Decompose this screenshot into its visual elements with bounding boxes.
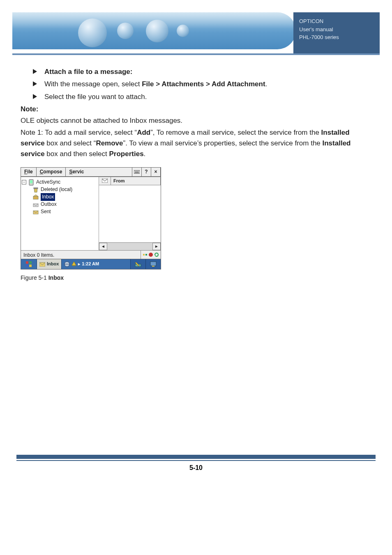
svg-rect-15: [145, 254, 147, 256]
page-header: OPTICON User's manual PHL-7000 series: [12, 12, 380, 53]
menu-bar: File Compose Servic ? ×: [21, 168, 161, 177]
svg-marker-1: [33, 81, 37, 86]
bullet3-text: Select the file you want to attach.: [44, 93, 147, 101]
svg-rect-21: [29, 265, 32, 267]
tree-sent[interactable]: Sent: [22, 208, 98, 216]
col-envelope-icon[interactable]: [99, 177, 111, 185]
taskbar-desktop[interactable]: [146, 259, 161, 269]
h-scrollbar[interactable]: ◄ ►: [99, 242, 161, 250]
bullet-open-attach: With the message open, select File > Att…: [21, 79, 371, 90]
svg-marker-0: [33, 69, 37, 74]
taskbar-sip[interactable]: [131, 259, 146, 269]
bullet2-bold: File > Attachments > Add Attachment: [142, 80, 265, 88]
bullet2-post: .: [265, 80, 267, 88]
svg-marker-10: [33, 195, 38, 196]
header-brand-box: OPTICON User's manual PHL-7000 series: [293, 12, 380, 53]
bullet-marker-icon: [33, 94, 37, 99]
bullet-marker-icon: [33, 69, 37, 74]
status-text: Inbox 0 Items.: [21, 251, 141, 259]
svg-marker-25: [72, 262, 76, 265]
pda-icon: [28, 179, 35, 186]
note-label: Note:: [21, 105, 38, 113]
note1-paragraph: Note 1: To add a mail service, select “A…: [21, 127, 371, 160]
taskbar-tray[interactable]: ▸ 1:22 AM: [62, 259, 131, 269]
pen-icon: [135, 261, 141, 267]
tree-inbox[interactable]: Inbox: [22, 193, 98, 201]
taskbar-time: 1:22 AM: [82, 260, 99, 267]
scroll-left-icon[interactable]: ◄: [99, 243, 107, 250]
app-inbox-icon: [39, 262, 45, 267]
sent-icon: [32, 209, 39, 215]
satellite-icon: [71, 261, 76, 267]
svg-rect-14: [143, 254, 145, 256]
page-footer: 5-10: [16, 455, 376, 472]
bullet-select-file: Select the file you want to attach.: [21, 92, 371, 102]
folder-tree[interactable]: − ActiveSync Deleted (local): [21, 177, 99, 250]
menu-compose[interactable]: Compose: [37, 168, 66, 177]
tree-outbox[interactable]: Outbox: [22, 201, 98, 208]
connect-icon: [143, 252, 148, 257]
menu-keyboard-icon[interactable]: [132, 168, 142, 177]
svg-rect-7: [30, 180, 32, 183]
taskbar: Inbox ▸ 1:22 AM: [21, 259, 161, 269]
bullet2-pre: With the message open, select: [44, 80, 142, 88]
tree-deleted[interactable]: Deleted (local): [22, 186, 98, 193]
status-bar: Inbox 0 Items.: [21, 250, 161, 259]
inbox-icon: [32, 194, 39, 200]
bullet-marker-icon: [33, 81, 37, 86]
svg-marker-2: [33, 94, 37, 99]
svg-rect-29: [152, 266, 154, 267]
tree-inbox-label: Inbox: [41, 193, 55, 201]
collapse-icon[interactable]: −: [22, 180, 26, 184]
bullet-attach-text: Attach a file to a message:: [44, 68, 132, 76]
taskbar-app-inbox[interactable]: Inbox: [37, 259, 62, 269]
scroll-right-icon[interactable]: ►: [152, 243, 161, 250]
inbox-screenshot: File Compose Servic ? × − ActiveSync: [21, 167, 161, 269]
note-line: OLE objects cannot be attached to Inbox …: [21, 115, 371, 126]
stop-icon: [148, 252, 153, 257]
network-icon: [64, 261, 70, 267]
figure-caption: Figure 5-1 Inbox: [21, 274, 371, 283]
status-icons[interactable]: [141, 251, 161, 259]
bullet-attach: Attach a file to a message:: [21, 67, 371, 77]
message-list: From ◄ ►: [99, 177, 161, 250]
refresh-icon: [154, 252, 159, 257]
svg-rect-9: [33, 196, 38, 199]
start-button[interactable]: [21, 259, 37, 269]
svg-point-16: [149, 253, 153, 257]
header-separator: [12, 53, 380, 55]
menu-close[interactable]: ×: [151, 168, 161, 177]
svg-rect-19: [29, 261, 32, 264]
menu-help[interactable]: ?: [142, 168, 151, 177]
brand-line2: User's manual: [299, 25, 374, 34]
tree-root-activesync[interactable]: − ActiveSync: [22, 179, 98, 186]
message-list-body[interactable]: [99, 185, 161, 242]
svg-rect-20: [26, 265, 28, 267]
menu-service[interactable]: Servic: [66, 168, 132, 177]
svg-rect-18: [26, 261, 28, 264]
col-from[interactable]: From: [111, 177, 161, 185]
svg-rect-8: [34, 188, 38, 189]
scroll-track[interactable]: [107, 243, 152, 250]
menu-file[interactable]: File: [21, 168, 37, 177]
start-icon: [25, 261, 32, 267]
desktop-icon: [150, 261, 157, 267]
svg-rect-28: [150, 262, 156, 266]
brand-line3: PHL-7000 series: [299, 33, 374, 41]
header-graphic: [12, 12, 296, 49]
outbox-icon: [32, 201, 39, 208]
page-number: 5-10: [16, 464, 376, 472]
brand-name: OPTICON: [299, 17, 374, 25]
trash-icon: [32, 187, 39, 193]
